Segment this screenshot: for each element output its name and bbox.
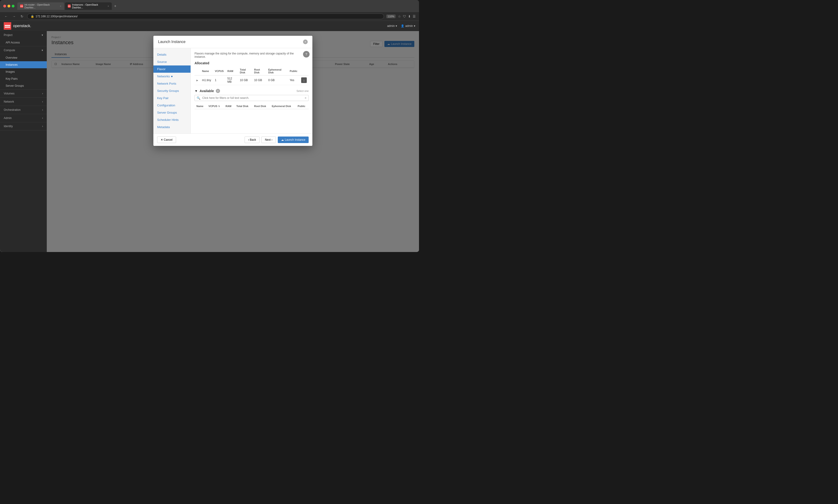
project-chevron-icon: ▾	[396, 24, 397, 28]
sidebar-identity-section: Identity ›	[0, 122, 47, 130]
allocated-col-vcpus: VCPUS	[213, 67, 226, 75]
sidebar-item-api-access[interactable]: API Access	[0, 39, 47, 46]
app-header: openstack. admin ▾ 👤 admin ▾	[0, 21, 419, 31]
new-tab-button[interactable]: +	[113, 3, 118, 8]
modal-nav-security-groups[interactable]: Security Groups	[154, 87, 191, 94]
title-bar: OS int-router - OpenStack Dashbo... × OS…	[0, 0, 419, 12]
avail-col-total-disk: Total Disk	[234, 103, 252, 109]
project-selector[interactable]: admin ▾	[387, 24, 397, 28]
vcpus-sort-icon: ⇅	[218, 105, 220, 108]
user-icon: 👤	[401, 24, 404, 28]
modal-nav-networks[interactable]: Networks	[154, 73, 191, 80]
modal-nav-scheduler-hints[interactable]: Scheduler Hints	[154, 116, 191, 123]
back-button[interactable]: ‹ Back	[245, 137, 260, 143]
sidebar-admin-section: Admin ›	[0, 114, 47, 122]
modal-flavor-content: ? Flavors manage the sizing for the comp…	[191, 48, 313, 133]
select-one-label: Select one	[297, 90, 309, 92]
openstack-logo-icon	[4, 22, 11, 30]
remove-flavor-button[interactable]: ↓	[301, 77, 307, 83]
cancel-button[interactable]: ✕ Cancel	[157, 137, 176, 143]
maximize-window-btn[interactable]	[12, 5, 15, 7]
avail-col-root-disk: Root Disk	[252, 103, 270, 109]
sidebar-admin-header[interactable]: Admin ›	[0, 114, 47, 122]
help-button[interactable]: ?	[303, 51, 309, 57]
search-input[interactable]	[202, 96, 303, 100]
avail-col-ram: RAM	[224, 103, 234, 109]
tab-1-title: int-router - OpenStack Dashbo...	[24, 3, 58, 9]
project-label: admin	[387, 24, 395, 28]
sidebar-instances-label: Instances	[6, 63, 18, 66]
row-public: Yes	[288, 75, 299, 85]
sidebar-network-header[interactable]: Network ›	[0, 98, 47, 106]
tab-2-close[interactable]: ×	[108, 5, 109, 7]
download-icon[interactable]: ⬇	[408, 15, 411, 18]
modal-nav-flavor[interactable]: Flavor	[154, 66, 191, 73]
modal-nav-configuration[interactable]: Configuration	[154, 102, 191, 109]
modal-nav-source[interactable]: Source	[154, 58, 191, 66]
sidebar-item-instances[interactable]: Instances	[0, 61, 47, 68]
sidebar-volumes-header[interactable]: Volumes ›	[0, 90, 47, 97]
modal-nav-key-pair[interactable]: Key Pair	[154, 94, 191, 102]
nav-bar: ← → ↻ 🔒 172.168.12.100/project/instances…	[0, 12, 419, 21]
modal-nav-metadata[interactable]: Metadata	[154, 123, 191, 131]
search-bar[interactable]: 🔍 ×	[195, 95, 309, 101]
back-nav-button[interactable]: ←	[3, 14, 9, 19]
sidebar-item-server-groups[interactable]: Server Groups	[0, 82, 47, 89]
sidebar-volumes-label: Volumes	[4, 92, 15, 95]
sidebar-compute-header[interactable]: Compute ▾	[0, 46, 47, 54]
sidebar-compute-label: Compute	[4, 49, 15, 52]
sidebar-volumes-chevron-icon: ›	[42, 92, 43, 95]
forward-nav-button[interactable]: →	[11, 14, 17, 19]
tab-1[interactable]: OS int-router - OpenStack Dashbo... ×	[17, 2, 64, 10]
header-right: admin ▾ 👤 admin ▾	[387, 24, 415, 28]
address-bar[interactable]: 🔒 172.168.12.100/project/instances/	[27, 14, 384, 19]
url-text: 172.168.12.100/project/instances/	[36, 15, 78, 18]
svg-rect-2	[5, 26, 10, 28]
tab-bar: OS int-router - OpenStack Dashbo... × OS…	[17, 2, 416, 10]
sidebar-orchestration-header[interactable]: Orchestration ›	[0, 106, 47, 114]
user-menu[interactable]: 👤 admin ▾	[401, 24, 415, 28]
allocated-col-public: Public	[288, 67, 299, 75]
logo-text: openstack.	[13, 24, 31, 28]
available-count-badge: 0	[216, 89, 220, 93]
tab-2[interactable]: OS Instances - OpenStack Dashbo... ×	[65, 2, 112, 10]
tab-1-close[interactable]: ×	[60, 5, 61, 7]
refresh-nav-button[interactable]: ↻	[19, 14, 25, 19]
row-remove[interactable]: ↓	[299, 75, 309, 85]
bookmark-icon[interactable]: ☆	[398, 15, 401, 18]
available-section-label: Available	[200, 89, 214, 93]
avail-col-vcpus[interactable]: VCPUS ⇅	[207, 103, 224, 109]
sidebar-project-header[interactable]: Project ▾	[0, 31, 47, 39]
allocated-table: Name VCPUS RAM Total Disk Root Disk Ephe…	[195, 67, 309, 85]
modal-nav-network-ports[interactable]: Network Ports	[154, 80, 191, 87]
modal-close-button[interactable]: ×	[303, 39, 308, 44]
sidebar-images-label: Images	[6, 70, 15, 73]
modal-nav-server-groups[interactable]: Server Groups	[154, 109, 191, 116]
sidebar-orchestration-chevron-icon: ›	[42, 108, 43, 111]
sidebar-item-key-pairs[interactable]: Key Pairs	[0, 75, 47, 82]
row-expand-btn[interactable]: ▶	[195, 75, 200, 85]
close-window-btn[interactable]	[3, 5, 6, 7]
available-table: Name VCPUS ⇅ RAM Total Disk Root Disk Ep…	[195, 103, 309, 109]
sidebar-item-images[interactable]: Images	[0, 68, 47, 75]
sidebar: Project ▾ API Access Compute ▾ Overview	[0, 31, 47, 252]
sidebar-item-overview[interactable]: Overview	[0, 54, 47, 61]
next-button[interactable]: Next ›	[262, 137, 276, 143]
minimize-window-btn[interactable]	[7, 5, 10, 7]
available-chevron-icon[interactable]: ▼	[195, 89, 198, 93]
modal-nav-details[interactable]: Details	[154, 51, 191, 58]
expand-row-button[interactable]: ▶	[196, 79, 198, 82]
launch-instance-confirm-button[interactable]: ☁ Launch Instance	[278, 137, 309, 143]
app-logo: openstack.	[4, 22, 31, 30]
sidebar-compute-chevron-icon: ▾	[42, 49, 43, 52]
allocated-section-label: Allocated	[195, 61, 309, 65]
menu-icon[interactable]: ☰	[413, 15, 416, 18]
search-clear-button[interactable]: ×	[305, 96, 306, 100]
search-icon: 🔍	[197, 96, 200, 100]
tab-2-favicon: OS	[68, 4, 71, 8]
zoom-level: 110%	[386, 15, 396, 18]
networks-required-dot	[171, 76, 173, 77]
avail-col-public: Public	[296, 103, 309, 109]
allocated-col-total-disk: Total Disk	[238, 67, 252, 75]
sidebar-identity-header[interactable]: Identity ›	[0, 122, 47, 130]
